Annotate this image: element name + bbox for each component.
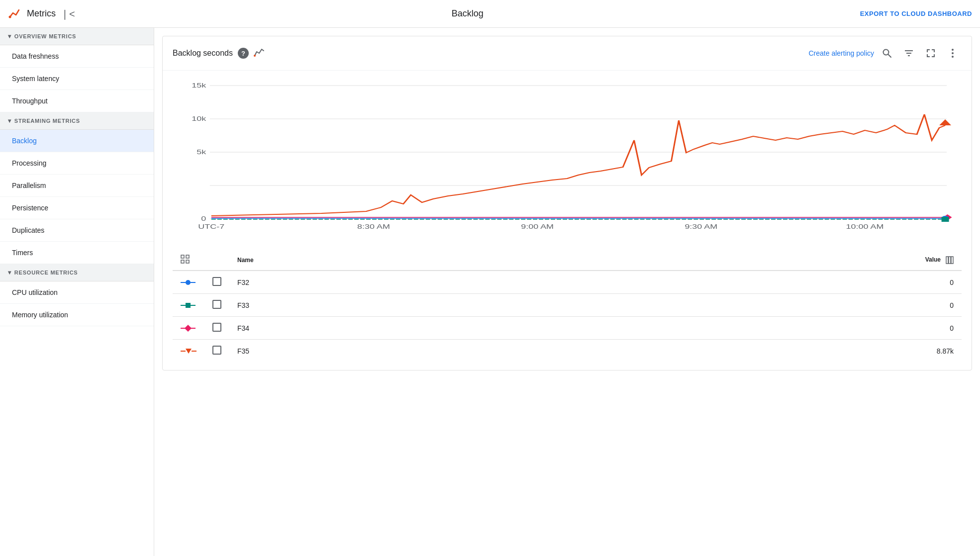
series-indicator-f33 [173, 294, 204, 317]
value-cell-f35: 8.87k [537, 340, 962, 363]
svg-point-0 [9, 15, 11, 18]
name-cell-f34: F34 [229, 317, 537, 340]
sidebar-item-persistence[interactable]: Persistence [0, 197, 154, 219]
svg-text:8:30 AM: 8:30 AM [357, 223, 390, 230]
chart-header: Backlog seconds ? Create alerting policy [163, 36, 972, 71]
more-vert-icon [952, 49, 954, 58]
main-layout: ▾ OVERVIEW METRICS Data freshness System… [0, 28, 980, 556]
sidebar-item-processing[interactable]: Processing [0, 152, 154, 175]
help-icon[interactable]: ? [238, 48, 249, 59]
value-cell-f33: 0 [537, 294, 962, 317]
metrics-graph-icon[interactable] [254, 47, 265, 60]
sidebar-item-throughput[interactable]: Throughput [0, 90, 154, 112]
app-title: Metrics [27, 8, 56, 19]
fullscreen-icon [926, 48, 936, 58]
svg-text:0: 0 [201, 215, 206, 222]
svg-rect-36 [949, 257, 951, 264]
chevron-down-icon-resource: ▾ [8, 269, 11, 276]
sidebar-item-cpu-utilization[interactable]: CPU utilization [0, 281, 154, 304]
sidebar-section-overview[interactable]: ▾ OVERVIEW METRICS [0, 28, 154, 45]
sidebar-section-overview-label: OVERVIEW METRICS [14, 33, 76, 39]
svg-text:9:00 AM: 9:00 AM [521, 223, 554, 230]
svg-rect-37 [951, 257, 953, 264]
columns-icon [946, 256, 954, 264]
svg-text:10:00 AM: 10:00 AM [846, 223, 884, 230]
sidebar-section-resource[interactable]: ▾ RESOURCE METRICS [0, 264, 154, 281]
main-content: Backlog seconds ? Create alerting policy [154, 28, 980, 556]
sidebar: ▾ OVERVIEW METRICS Data freshness System… [0, 28, 154, 556]
svg-point-7 [952, 49, 954, 51]
grid-icon [181, 255, 190, 264]
name-cell-f32: F32 [229, 271, 537, 294]
series-indicator-f32 [173, 271, 204, 294]
svg-text:UTC-7: UTC-7 [198, 223, 224, 230]
sidebar-item-backlog[interactable]: Backlog [0, 130, 154, 152]
svg-text:5k: 5k [196, 149, 206, 155]
value-header: Value [537, 250, 962, 271]
checkbox-f33[interactable] [204, 294, 229, 317]
app-logo-icon [8, 7, 22, 21]
search-button[interactable] [878, 44, 896, 62]
svg-text:9:30 AM: 9:30 AM [685, 223, 717, 230]
more-options-button[interactable] [944, 44, 962, 62]
svg-rect-32 [186, 255, 189, 258]
sidebar-item-timers[interactable]: Timers [0, 242, 154, 264]
name-header: Name [229, 250, 537, 271]
chart-actions: Create alerting policy [808, 44, 962, 62]
filter-icon [904, 48, 914, 58]
svg-rect-30 [942, 217, 949, 222]
chart-title-row: Backlog seconds ? [173, 47, 265, 60]
series-indicator-f34 [173, 317, 204, 340]
chart-title: Backlog seconds [173, 49, 233, 58]
svg-text:15k: 15k [192, 82, 206, 89]
svg-rect-34 [186, 260, 189, 263]
svg-point-8 [952, 52, 954, 54]
chart-area: 15k 10k 5k 0 UTC-7 8:30 AM 9:00 AM 9:30 … [163, 71, 972, 250]
name-cell-f35: F35 [229, 340, 537, 363]
filter-button[interactable] [900, 44, 918, 62]
svg-rect-35 [946, 257, 948, 264]
svg-point-9 [952, 56, 954, 58]
checkbox-f32[interactable] [204, 271, 229, 294]
checkbox-header [204, 250, 229, 271]
app-header: Metrics ❘< Backlog EXPORT TO CLOUD DASHB… [0, 0, 980, 28]
svg-text:10k: 10k [192, 115, 206, 122]
chevron-down-icon: ▾ [8, 33, 11, 40]
svg-line-3 [888, 55, 891, 58]
value-cell-f34: 0 [537, 317, 962, 340]
sidebar-section-streaming-label: STREAMING METRICS [14, 118, 80, 124]
sidebar-section-streaming[interactable]: ▾ STREAMING METRICS [0, 112, 154, 130]
svg-rect-31 [181, 255, 184, 258]
legend-row-f35: F35 8.87k [173, 340, 962, 363]
checkbox-f35[interactable] [204, 340, 229, 363]
checkbox-f34[interactable] [204, 317, 229, 340]
svg-rect-33 [181, 260, 184, 263]
legend-table: Name Value [173, 250, 962, 362]
legend-table-container: Name Value [163, 250, 972, 370]
svg-marker-26 [939, 119, 951, 125]
sidebar-item-duplicates[interactable]: Duplicates [0, 219, 154, 242]
backlog-chart-svg: 15k 10k 5k 0 UTC-7 8:30 AM 9:00 AM 9:30 … [173, 76, 962, 235]
create-alerting-policy-link[interactable]: Create alerting policy [808, 49, 874, 57]
chevron-down-icon-streaming: ▾ [8, 117, 11, 124]
legend-row-f32: F32 0 [173, 271, 962, 294]
sidebar-item-data-freshness[interactable]: Data freshness [0, 45, 154, 68]
export-to-cloud-dashboard-button[interactable]: EXPORT TO CLOUD DASHBOARD [860, 10, 972, 17]
fullscreen-button[interactable] [922, 44, 940, 62]
legend-row-f34: F34 0 [173, 317, 962, 340]
collapse-sidebar-button[interactable]: ❘< [61, 8, 75, 20]
header-left: Metrics ❘< [8, 7, 75, 21]
legend-icon-header [173, 250, 204, 271]
series-indicator-f35 [173, 340, 204, 363]
sidebar-item-system-latency[interactable]: System latency [0, 68, 154, 90]
value-cell-f32: 0 [537, 271, 962, 294]
sidebar-item-parallelism[interactable]: Parallelism [0, 175, 154, 197]
svg-point-1 [254, 55, 256, 57]
sidebar-section-resource-label: RESOURCE METRICS [14, 270, 78, 276]
page-title: Backlog [452, 8, 484, 19]
sidebar-item-memory-utilization[interactable]: Memory utilization [0, 304, 154, 326]
search-icon [882, 48, 892, 58]
backlog-chart-card: Backlog seconds ? Create alerting policy [162, 36, 972, 371]
name-cell-f33: F33 [229, 294, 537, 317]
legend-row-f33: F33 0 [173, 294, 962, 317]
